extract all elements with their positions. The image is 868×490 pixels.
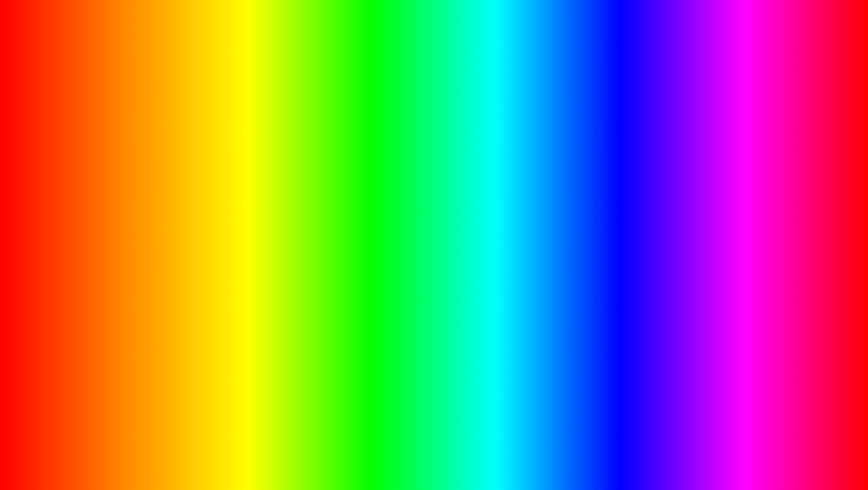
background: KING LEGACY WORK LVL 4000 NO KEY !! MOBI…	[4, 4, 864, 486]
window-left-body: Main Farm Combat LocalPlayern Option sec…	[63, 170, 299, 296]
nav-dot-settings-r	[615, 240, 618, 243]
auto-haki-checkbox[interactable]	[286, 200, 295, 209]
titlebar-left: King Legacy (Adel Hub) — ✕	[63, 158, 299, 170]
nav-dot-local	[69, 215, 72, 218]
auto-sea-king-row[interactable]: Auto Sea King	[108, 249, 295, 263]
teleport-dungeon-row[interactable]: Teleport To Dungeon!	[654, 185, 818, 198]
content-left: Option section Select Weapon Sword ▲ Aut…	[104, 170, 299, 296]
select-weapon-row-right[interactable]: Select Weapon Sword ▲	[654, 198, 818, 210]
nav-combat-right[interactable]: Combat	[612, 212, 647, 223]
teleport-dungeon-indicator[interactable]	[812, 188, 818, 195]
work-lvl-text: WORK LVL 4000	[62, 125, 290, 157]
section-label-left: Option section	[108, 175, 295, 182]
update-version-num: 4.66	[293, 428, 373, 473]
sidebar-left: Main Farm Combat LocalPlayern	[63, 170, 104, 296]
update-suffix-text: SCRIPT PASTEBIN	[385, 428, 752, 473]
select-weapon-row-left[interactable]: Select Weapon Sword ▲	[108, 185, 295, 198]
auto-farm-row2-left[interactable]: Auto Farm	[108, 235, 295, 249]
window-controls-left: — ✕	[281, 161, 295, 167]
nav-combat-left[interactable]: Combat	[66, 199, 101, 210]
auto-haki-row[interactable]: Auto Haki	[108, 198, 295, 212]
avatar-right: 🧑	[614, 299, 628, 314]
nav-dot-farm	[69, 190, 72, 194]
chevron-weapon-right: ▲	[814, 201, 818, 206]
nav-dot-main-r	[615, 178, 618, 181]
choose-mode-value: Easy	[798, 213, 811, 220]
teleport-dungeon-label: Teleport To Dungeon!	[654, 188, 812, 195]
close-btn-left[interactable]: ✕	[290, 161, 295, 167]
auto-farm-checkbox2-left[interactable]	[286, 238, 295, 246]
window-controls-right: — ✕	[805, 161, 818, 167]
update-text: UPDATE 4.66 SCRIPT PASTEBIN	[116, 428, 752, 474]
close-btn-right[interactable]: ✕	[814, 161, 818, 167]
footer-right: 🧑 Sky	[609, 296, 823, 316]
auto-sea-king-checkbox[interactable]	[286, 252, 295, 260]
sidebar-right: Main Farm Dungeon Combat LocalPlayer	[609, 170, 650, 296]
chevron-mode: ▲	[814, 214, 818, 219]
window-right-body: Main Farm Dungeon Combat LocalPlayer	[609, 170, 823, 296]
chevron-weapon-left: ▲	[290, 189, 295, 194]
update-label: UPDATE	[116, 428, 281, 473]
section-label-right: Dungeon	[654, 175, 818, 182]
nav-farm-right[interactable]: Farm	[612, 187, 647, 197]
gui-window-right: King Legacy (Adel Hub) — ✕ Main Farm Dun…	[608, 156, 824, 318]
choose-mode-label: Choose Mode	[654, 213, 798, 220]
minimize-btn-right[interactable]: —	[805, 161, 810, 167]
auto-sea-king-label: Auto Sea King	[108, 253, 286, 259]
save-health-row[interactable]: Save Health	[654, 237, 818, 251]
auto-farm-row-left[interactable]: Auto Farm	[108, 212, 295, 226]
no-key-text: NO KEY !!	[601, 125, 734, 157]
select-weapon-label-right: Select Weapon	[654, 200, 794, 207]
select-weapon-value-right: Sword	[794, 200, 811, 207]
nav-main-left[interactable]: Main	[66, 174, 101, 185]
nav-localplayer-left[interactable]: LocalPlayern	[66, 212, 101, 222]
nav-dot-dungeon-r	[615, 203, 618, 206]
select-weapon-value-left: Sword	[271, 188, 287, 195]
save-health-label: Save Health	[654, 241, 810, 247]
nav-dot-farm-r	[615, 190, 618, 194]
auto-farm-label2-left: Auto Farm	[108, 239, 286, 245]
auto-haki-label: Auto Haki	[108, 201, 286, 208]
avatar-name-left: Sky	[86, 303, 96, 310]
logo-text: KING LEGACY	[763, 416, 793, 432]
nav-dot-combat	[69, 203, 72, 206]
save-health-checkbox[interactable]	[810, 240, 818, 248]
nav-dot-main	[69, 178, 72, 181]
nav-dungeon-right[interactable]: Dungeon	[612, 199, 647, 210]
nav-dot-local-r	[615, 227, 618, 231]
titlebar-right: King Legacy (Adel Hub) — ✕	[609, 158, 823, 170]
auto-dungeon-checkbox[interactable]	[810, 226, 818, 234]
logo-character: 🎭	[734, 348, 822, 416]
farm-section-sub: farm section	[108, 226, 295, 233]
window-left-title: King Legacy (Adel Hub)	[68, 160, 134, 167]
select-weapon-label-left: Select Weapon	[108, 188, 271, 195]
footer-left: 🧑 Sky	[63, 296, 299, 316]
auto-farm-checkbox-left[interactable]	[286, 214, 295, 223]
avatar-left: 🧑	[68, 299, 82, 314]
nav-localplayer-right[interactable]: LocalPlayer	[612, 224, 647, 234]
avatar-name-right: Sky	[632, 303, 642, 310]
minimize-btn-left[interactable]: —	[281, 161, 286, 167]
auto-dungeon-label: Auto Dungeon	[654, 227, 810, 233]
content-right: Dungeon Teleport To Dungeon! Select Weap…	[650, 170, 823, 296]
logo-inner: 🎭 KING LEGACY	[734, 348, 822, 436]
auto-farm-label-left: Auto Farm	[108, 215, 286, 222]
nav-farm-left[interactable]: Farm	[66, 187, 101, 197]
nav-main-right[interactable]: Main	[612, 174, 647, 185]
nav-dot-combat-r	[615, 215, 618, 219]
king-legacy-logo-box: 🎭 KING LEGACY	[733, 347, 823, 437]
gui-window-left: King Legacy (Adel Hub) — ✕ Main Farm Com…	[62, 156, 300, 318]
choose-mode-row[interactable]: Choose Mode Easy ▲	[654, 210, 818, 223]
nav-settings-right[interactable]: Settings	[612, 236, 647, 247]
main-title: KING LEGACY	[208, 12, 660, 88]
window-right-title: King Legacy (Adel Hub)	[614, 160, 680, 167]
auto-dungeon-row[interactable]: Auto Dungeon	[654, 223, 818, 237]
